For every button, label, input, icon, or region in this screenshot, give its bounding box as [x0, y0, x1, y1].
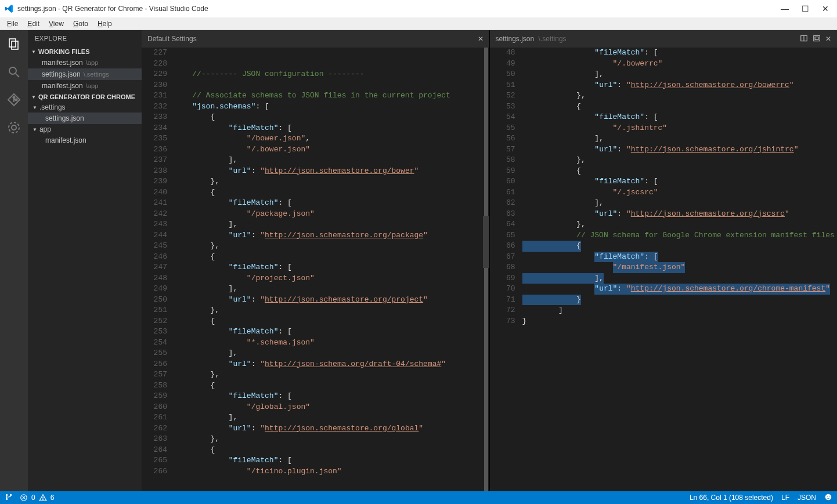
- tree-folder[interactable]: ▼app: [28, 124, 142, 135]
- debug-icon[interactable]: [6, 119, 22, 136]
- tab-label: Default Settings: [147, 35, 197, 43]
- close-tab-icon[interactable]: ✕: [478, 35, 484, 43]
- activity-bar: [0, 30, 28, 491]
- svg-point-22: [825, 494, 832, 500]
- tree-folder[interactable]: ▼.settings: [28, 102, 142, 113]
- menu-goto[interactable]: Goto: [68, 19, 93, 29]
- svg-rect-12: [814, 35, 820, 41]
- close-tab-icon[interactable]: ✕: [825, 35, 831, 43]
- menu-file[interactable]: File: [2, 19, 23, 29]
- svg-point-16: [10, 494, 11, 495]
- svg-point-23: [827, 496, 828, 496]
- menu-edit[interactable]: Edit: [23, 19, 44, 29]
- chevron-down-icon: ▼: [31, 95, 36, 100]
- status-language[interactable]: JSON: [798, 494, 816, 502]
- maximize-button[interactable]: ☐: [802, 4, 809, 13]
- svg-point-15: [6, 498, 7, 499]
- minimize-button[interactable]: —: [781, 4, 789, 13]
- close-button[interactable]: ✕: [822, 4, 829, 13]
- chevron-down-icon: ▼: [33, 105, 37, 110]
- svg-rect-0: [9, 39, 16, 47]
- working-file-item[interactable]: manifest.json\app: [28, 57, 142, 68]
- window-title: settings.json - QR Generator for Chrome …: [17, 5, 781, 13]
- svg-point-14: [6, 494, 7, 495]
- working-file-item[interactable]: settings.json\.settings: [28, 68, 142, 80]
- errors-warnings[interactable]: 0 6: [20, 494, 54, 502]
- tree-file[interactable]: settings.json: [28, 113, 142, 124]
- menu-bar: File Edit View Goto Help: [0, 17, 837, 30]
- explorer-icon[interactable]: [6, 36, 22, 52]
- menu-view[interactable]: View: [44, 19, 68, 29]
- status-bar: 0 6 Ln 66, Col 1 (108 selected) LF JSON: [0, 491, 837, 504]
- working-files-header[interactable]: ▼ WORKING FILES: [28, 46, 142, 57]
- explorer-sidebar: EXPLORE ▼ WORKING FILES manifest.json\ap…: [28, 30, 142, 491]
- sidebar-title: EXPLORE: [28, 30, 142, 46]
- menu-help[interactable]: Help: [93, 19, 117, 29]
- status-eol[interactable]: LF: [781, 494, 789, 502]
- code-editor-right[interactable]: 4849505152535455565758596061626364656667…: [490, 48, 838, 491]
- git-icon[interactable]: [6, 92, 22, 108]
- project-header[interactable]: ▼ QR GENERATOR FOR CHROME: [28, 92, 142, 102]
- svg-rect-13: [815, 37, 818, 39]
- svg-point-2: [9, 67, 16, 74]
- svg-rect-1: [12, 41, 18, 49]
- editor-group-right: settings.json \.settings ✕ 4849505152535…: [490, 30, 838, 491]
- status-cursor[interactable]: Ln 66, Col 1 (108 selected): [690, 494, 773, 502]
- git-branch-icon[interactable]: [5, 493, 13, 503]
- svg-point-21: [42, 499, 43, 500]
- svg-point-24: [829, 496, 829, 496]
- tab-label: settings.json: [496, 35, 535, 43]
- split-editor-icon[interactable]: [800, 34, 808, 44]
- tab-path: \.settings: [539, 35, 567, 43]
- search-icon[interactable]: [6, 64, 22, 80]
- chevron-down-icon: ▼: [31, 49, 36, 55]
- vscode-logo-icon: [5, 4, 14, 13]
- svg-line-3: [16, 74, 19, 77]
- code-editor-left[interactable]: 2272282292302312322332342352362372382392…: [142, 48, 489, 491]
- svg-point-8: [9, 122, 19, 133]
- editor-tab-left[interactable]: Default Settings ✕: [142, 30, 489, 48]
- more-actions-icon[interactable]: [813, 34, 821, 44]
- working-file-item[interactable]: manifest.json\app: [28, 80, 142, 92]
- title-bar: settings.json - QR Generator for Chrome …: [0, 0, 837, 17]
- feedback-icon[interactable]: [824, 493, 832, 503]
- editor-group-left: Default Settings ✕ 227228229230231232233…: [142, 30, 490, 491]
- svg-point-9: [12, 125, 16, 130]
- tree-file[interactable]: manifest.json: [28, 135, 142, 146]
- chevron-down-icon: ▼: [33, 127, 37, 132]
- editor-tab-right[interactable]: settings.json \.settings ✕: [490, 30, 838, 48]
- scrollbar-vertical[interactable]: [483, 48, 489, 491]
